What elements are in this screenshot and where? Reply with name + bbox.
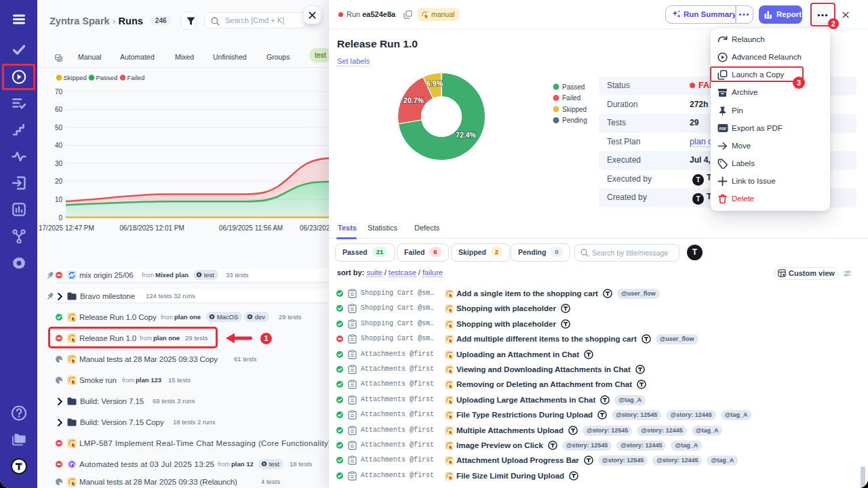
svg-text:70: 70 — [55, 88, 63, 96]
svg-text:06/23/202: 06/23/202 — [300, 224, 329, 232]
svg-text:6.9%: 6.9% — [427, 79, 443, 87]
svg-text:0: 0 — [58, 214, 62, 222]
svg-text:20.7%: 20.7% — [403, 96, 424, 104]
svg-text:Failed: Failed — [127, 74, 145, 81]
svg-text:Skipped: Skipped — [562, 106, 587, 113]
svg-text:06/19/2025 11:56 AM: 06/19/2025 11:56 AM — [219, 224, 283, 232]
svg-text:Skipped: Skipped — [64, 74, 87, 81]
svg-text:30: 30 — [55, 160, 63, 167]
svg-text:20: 20 — [55, 178, 63, 185]
svg-text:PDF: PDF — [719, 127, 727, 131]
svg-text:Passed: Passed — [562, 83, 585, 91]
svg-text:17/2025 12:47 PM: 17/2025 12:47 PM — [39, 224, 94, 232]
svg-text:40: 40 — [55, 142, 63, 149]
svg-text:72.4%: 72.4% — [456, 131, 476, 139]
svg-text:50: 50 — [55, 124, 63, 131]
svg-text:10: 10 — [55, 196, 63, 203]
svg-text:06/18/2025 12:01 PM: 06/18/2025 12:01 PM — [119, 224, 184, 232]
svg-text:Passed: Passed — [96, 74, 118, 81]
svg-text:60: 60 — [55, 106, 63, 113]
svg-text:Pending: Pending — [562, 117, 587, 124]
svg-text:Failed: Failed — [562, 94, 580, 102]
